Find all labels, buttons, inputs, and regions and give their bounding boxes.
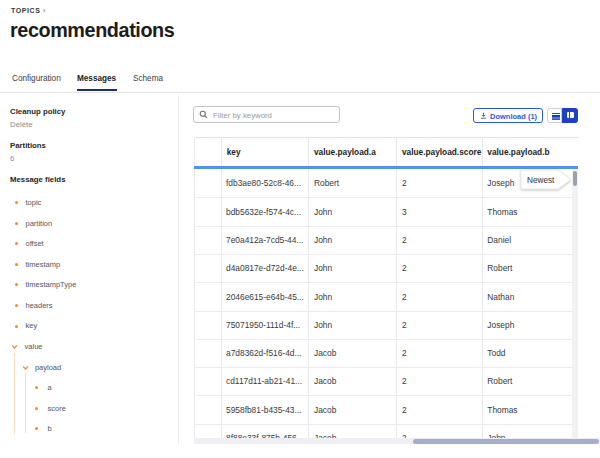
svg-text:Newest: Newest <box>527 176 555 185</box>
